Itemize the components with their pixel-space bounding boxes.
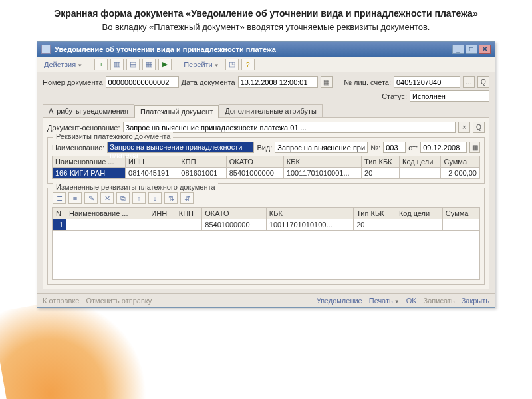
help-icon[interactable]: ?	[241, 59, 255, 70]
toolbar-btn-1[interactable]: ▥	[110, 59, 124, 70]
sort-desc-icon[interactable]: ⇵	[180, 192, 194, 204]
doc-date-field[interactable]	[238, 76, 318, 88]
date-picker-icon[interactable]: ▦	[321, 76, 332, 88]
form-area: Номер документа Дата документа ▦ № лиц. …	[37, 72, 495, 293]
tab-additional[interactable]: Дополнительные атрибуты	[219, 104, 323, 117]
slide-title: Экранная форма документа «Уведомление об…	[0, 8, 532, 19]
group-requisites: Реквизиты платежного документа Наименова…	[47, 137, 485, 184]
ot-date-icon[interactable]: ▦	[469, 142, 480, 153]
acct-label: № лиц. счета:	[344, 78, 391, 86]
vid-label: Вид:	[257, 144, 272, 152]
restore-button[interactable]: □	[466, 45, 477, 54]
status-label: Статус:	[382, 92, 407, 100]
ot-field[interactable]	[420, 142, 467, 153]
move-down-icon[interactable]: ↓	[148, 192, 162, 204]
row-add-icon[interactable]: ≣	[53, 192, 66, 204]
ot-label: от:	[408, 144, 418, 152]
vid-field[interactable]	[275, 142, 368, 153]
changed-table[interactable]: N Наименование ...ИННКПП ОКАТОКБКТип КБК…	[53, 207, 479, 231]
titlebar: Уведомление об уточнении вида и принадле…	[37, 42, 495, 57]
statusbar: К отправке Отменить отправку Уведомление…	[37, 293, 495, 307]
table-row[interactable]: 166-КИГИ РАН 0814045191081601001 8540100…	[53, 168, 480, 179]
doc-no-field[interactable]	[106, 76, 179, 88]
name-label: Наименование:	[52, 144, 104, 152]
close-button[interactable]: ✕	[479, 45, 491, 54]
basis-field[interactable]	[123, 122, 456, 133]
requisites-table[interactable]: Наименование ...ИННКПП ОКАТОКБКТип КБК К…	[52, 156, 480, 179]
minimize-button[interactable]: _	[452, 45, 464, 54]
group-changed: Измененные реквизиты платежного документ…	[47, 188, 485, 285]
changed-toolbar: ≣ ≡ ✎ ✕ ⧉ ↑ ↓ ⇅ ⇵	[52, 192, 480, 204]
basis-label: Документ-основание:	[47, 124, 120, 132]
save-button[interactable]: Записать	[424, 297, 455, 305]
cancel-send-button[interactable]: Отменить отправку	[86, 297, 152, 305]
acct-open-icon[interactable]: Q	[477, 76, 489, 88]
row-copy-icon[interactable]: ⧉	[116, 192, 130, 204]
window-title: Уведомление об уточнении вида и принадле…	[55, 45, 276, 53]
name-field[interactable]: Запрос на выяснение принадлежности плате…	[107, 142, 254, 153]
menu-goto[interactable]: Перейти▼	[180, 59, 223, 70]
tab-payment-doc[interactable]: Платежный документ	[134, 105, 219, 118]
row-ins-icon[interactable]: ≡	[68, 192, 82, 204]
group-requisites-title: Реквизиты платежного документа	[53, 132, 173, 140]
group-changed-title: Измененные реквизиты платежного документ…	[53, 183, 218, 191]
num-field[interactable]	[383, 142, 406, 153]
toolbar-btn-2[interactable]: ▤	[126, 59, 140, 70]
basis-clear-icon[interactable]: ×	[458, 122, 470, 133]
close-window-button[interactable]: Закрыть	[462, 297, 489, 305]
toolbar-btn-3[interactable]: ▦	[142, 59, 156, 70]
toolbar-btn-4[interactable]: ◳	[225, 59, 239, 70]
acct-field[interactable]	[394, 76, 460, 88]
slide-subtitle: Во вкладку «Платежный документ» вводятся…	[0, 22, 532, 32]
notif-button[interactable]: Уведомление	[317, 297, 362, 305]
tabs: Атрибуты уведомления Платежный документ …	[43, 104, 489, 117]
row-del-icon[interactable]: ✕	[100, 192, 114, 204]
ok-button[interactable]: OK	[406, 297, 417, 305]
menubar: Действия▼ + ▥ ▤ ▦ ▶ Перейти▼ ◳ ?	[37, 57, 495, 72]
tab-body: Документ-основание: × Q Реквизиты платеж…	[43, 117, 489, 289]
app-window: Уведомление об уточнении вида и принадле…	[37, 41, 495, 308]
doc-date-label: Дата документа	[182, 78, 235, 86]
acct-lookup-icon[interactable]: …	[463, 76, 475, 88]
sort-asc-icon[interactable]: ⇅	[164, 192, 178, 204]
tab-attributes[interactable]: Атрибуты уведомления	[43, 104, 134, 117]
add-icon[interactable]: +	[94, 59, 108, 70]
run-icon[interactable]: ▶	[158, 59, 172, 70]
print-button[interactable]: Печать▼	[369, 297, 400, 305]
row-edit-icon[interactable]: ✎	[84, 192, 98, 204]
table-header-row: N Наименование ...ИННКПП ОКАТОКБКТип КБК…	[53, 208, 479, 219]
status-field	[410, 90, 489, 102]
num-label: №:	[370, 144, 380, 152]
send-button[interactable]: К отправке	[43, 297, 79, 305]
doc-no-label: Номер документа	[43, 78, 103, 86]
menu-actions[interactable]: Действия▼	[40, 59, 86, 70]
move-up-icon[interactable]: ↑	[132, 192, 146, 204]
basis-open-icon[interactable]: Q	[473, 122, 485, 133]
app-icon	[41, 45, 51, 54]
table-row[interactable]: 1 8540100000010011701010100...20	[53, 219, 479, 231]
